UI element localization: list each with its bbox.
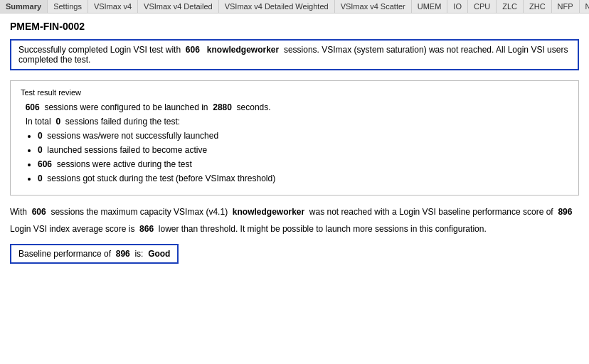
bullet-item-1: 0 sessions was/were not successfully lau… — [38, 131, 568, 141]
tab-zlc[interactable]: ZLC — [497, 0, 524, 13]
stat1-suffix: seconds. — [237, 102, 271, 112]
bullet-2-val: 0 — [38, 145, 43, 155]
para1-sessions: 606 — [32, 207, 46, 217]
bullet-3-text: sessions were active during the test — [57, 159, 192, 169]
tab-settings[interactable]: Settings — [48, 0, 88, 13]
highlight-sessions: 606 — [186, 45, 200, 55]
para2: Login VSI index average score is 866 low… — [10, 224, 579, 234]
bullet-item-3: 606 sessions were active during the test — [38, 159, 568, 169]
tab-nfo[interactable]: NFO — [580, 0, 589, 13]
bullet-2-text: launched sessions failed to become activ… — [47, 145, 207, 155]
para1-mid1: sessions the maximum capacity VSImax (v4… — [51, 207, 228, 217]
tab-vsimax-v4-scatter[interactable]: VSImax v4 Scatter — [335, 0, 412, 13]
section-title: Test result review — [21, 88, 568, 97]
baseline-prefix: Baseline performance of — [18, 249, 111, 259]
bullet-item-4: 0 sessions got stuck during the test (be… — [38, 173, 568, 183]
tab-zhc[interactable]: ZHC — [524, 0, 552, 13]
para1-workload: knowledgeworker — [233, 207, 304, 217]
para1: With 606 sessions the maximum capacity V… — [10, 207, 579, 217]
stat2-suffix: sessions failed during the test: — [65, 117, 180, 127]
baseline-mid: is: — [134, 249, 143, 259]
highlight-prefix: Successfully completed Login VSI test wi… — [18, 45, 181, 55]
bullet-1-text: sessions was/were not successfully launc… — [47, 131, 218, 141]
stat-line-2: In total 0 sessions failed during the te… — [21, 117, 568, 127]
tab-vsimax-v4-detailed-weighted[interactable]: VSImax v4 Detailed Weighted — [219, 0, 335, 13]
para1-score: 896 — [558, 207, 572, 217]
stat1-text: sessions were configured to be launched … — [44, 102, 208, 112]
page-title: PMEM-FIN-0002 — [10, 21, 579, 32]
para2-prefix: Login VSI index average score is — [10, 224, 134, 234]
baseline-box: Baseline performance of 896 is: Good — [10, 244, 179, 264]
stat1-seconds: 2880 — [213, 102, 232, 112]
tab-nfp[interactable]: NFP — [552, 0, 580, 13]
stat-line-1: 606 sessions were configured to be launc… — [21, 102, 568, 112]
bullet-item-2: 0 launched sessions failed to become act… — [38, 145, 568, 155]
bullet-3-val: 606 — [38, 159, 52, 169]
highlight-workload: knowledgeworker — [207, 45, 279, 55]
main-content: PMEM-FIN-0002 Successfully completed Log… — [0, 14, 589, 271]
bullet-1-val: 0 — [38, 131, 43, 141]
bullet-4-val: 0 — [38, 173, 43, 183]
stat2-val: 0 — [55, 117, 60, 127]
tab-cpu[interactable]: CPU — [468, 0, 497, 13]
tab-vsimax-v4[interactable]: VSImax v4 — [88, 0, 138, 13]
bullet-list: 0 sessions was/were not successfully lau… — [21, 131, 568, 183]
bullet-4-text: sessions got stuck during the test (befo… — [47, 173, 275, 183]
section-box: Test result review 606 sessions were con… — [10, 80, 579, 196]
tab-summary[interactable]: Summary — [0, 0, 48, 13]
tab-io[interactable]: IO — [447, 0, 468, 13]
tab-umem[interactable]: UMEM — [412, 0, 448, 13]
stat1-sessions: 606 — [26, 102, 40, 112]
para1-mid2: was not reached with a Login VSI baselin… — [309, 207, 553, 217]
baseline-rating: Good — [148, 249, 170, 259]
tab-vsimax-v4-detailed[interactable]: VSImax v4 Detailed — [138, 0, 219, 13]
para2-score: 866 — [139, 224, 154, 234]
baseline-score: 896 — [116, 249, 130, 259]
tab-bar: Summary Settings VSImax v4 VSImax v4 Det… — [0, 0, 589, 14]
para2-suffix: lower than threshold. It might be possib… — [159, 224, 487, 234]
highlight-box: Successfully completed Login VSI test wi… — [10, 39, 579, 70]
para1-prefix: With — [10, 207, 27, 217]
stat2-prefix: In total — [26, 117, 51, 127]
